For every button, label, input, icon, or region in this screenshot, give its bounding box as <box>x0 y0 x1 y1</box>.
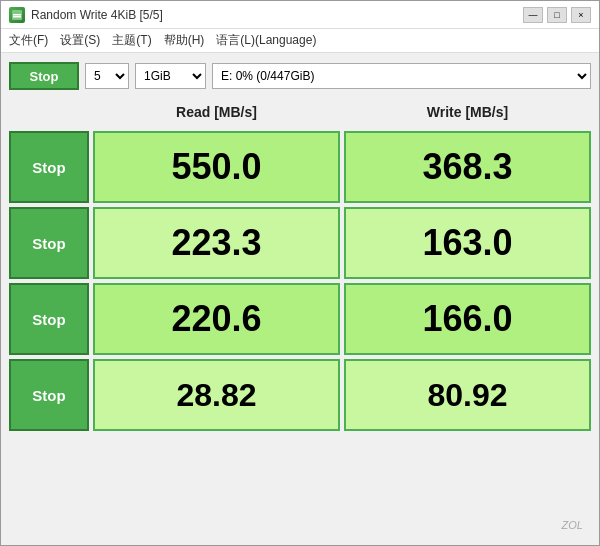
stop-button-row2[interactable]: Stop <box>9 207 89 279</box>
read-value-row1: 550.0 <box>171 146 261 188</box>
app-icon <box>9 7 25 23</box>
footer: ZOL <box>9 513 591 537</box>
write-cell-row3: 166.0 <box>344 283 591 355</box>
write-value-row2: 163.0 <box>422 222 512 264</box>
watermark: ZOL <box>562 519 583 531</box>
write-value-row4: 80.92 <box>427 377 507 414</box>
maximize-button[interactable]: □ <box>547 7 567 23</box>
data-grid: Read [MB/s] Write [MB/s] Stop 550.0 368.… <box>9 97 591 507</box>
toolbar: Stop 5 1 3 10 1GiB 512MiB 2GiB E: 0% (0/… <box>9 61 591 91</box>
write-cell-row4: 80.92 <box>344 359 591 431</box>
main-content: Stop 5 1 3 10 1GiB 512MiB 2GiB E: 0% (0/… <box>1 53 599 545</box>
count-select[interactable]: 5 1 3 10 <box>85 63 129 89</box>
table-row: Stop 28.82 80.92 <box>9 359 591 431</box>
read-cell-row1: 550.0 <box>93 131 340 203</box>
title-bar-left: Random Write 4KiB [5/5] <box>9 7 163 23</box>
size-select[interactable]: 1GiB 512MiB 2GiB <box>135 63 206 89</box>
title-bar: Random Write 4KiB [5/5] — □ × <box>1 1 599 29</box>
write-cell-row1: 368.3 <box>344 131 591 203</box>
window-title: Random Write 4KiB [5/5] <box>31 8 163 22</box>
write-value-row1: 368.3 <box>422 146 512 188</box>
read-value-row4: 28.82 <box>176 377 256 414</box>
stop-button-row4[interactable]: Stop <box>9 359 89 431</box>
write-header: Write [MB/s] <box>344 104 591 120</box>
read-value-row3: 220.6 <box>171 298 261 340</box>
read-cell-row4: 28.82 <box>93 359 340 431</box>
menu-theme[interactable]: 主题(T) <box>112 32 151 49</box>
table-row: Stop 220.6 166.0 <box>9 283 591 355</box>
stop-button-row1[interactable]: Stop <box>9 131 89 203</box>
minimize-button[interactable]: — <box>523 7 543 23</box>
table-row: Stop 223.3 163.0 <box>9 207 591 279</box>
menu-settings[interactable]: 设置(S) <box>60 32 100 49</box>
menu-file[interactable]: 文件(F) <box>9 32 48 49</box>
app-window: Random Write 4KiB [5/5] — □ × 文件(F) 设置(S… <box>0 0 600 546</box>
header-row: Read [MB/s] Write [MB/s] <box>9 97 591 127</box>
write-value-row3: 166.0 <box>422 298 512 340</box>
close-button[interactable]: × <box>571 7 591 23</box>
menu-language[interactable]: 语言(L)(Language) <box>216 32 316 49</box>
table-row: Stop 550.0 368.3 <box>9 131 591 203</box>
stop-button-row3[interactable]: Stop <box>9 283 89 355</box>
read-cell-row3: 220.6 <box>93 283 340 355</box>
read-cell-row2: 223.3 <box>93 207 340 279</box>
menu-help[interactable]: 帮助(H) <box>164 32 205 49</box>
menu-bar: 文件(F) 设置(S) 主题(T) 帮助(H) 语言(L)(Language) <box>1 29 599 53</box>
read-value-row2: 223.3 <box>171 222 261 264</box>
read-header: Read [MB/s] <box>93 104 340 120</box>
svg-rect-2 <box>13 16 21 18</box>
stop-button-top[interactable]: Stop <box>9 62 79 90</box>
drive-select[interactable]: E: 0% (0/447GiB) <box>212 63 591 89</box>
write-cell-row2: 163.0 <box>344 207 591 279</box>
window-controls: — □ × <box>523 7 591 23</box>
svg-rect-1 <box>13 14 21 16</box>
